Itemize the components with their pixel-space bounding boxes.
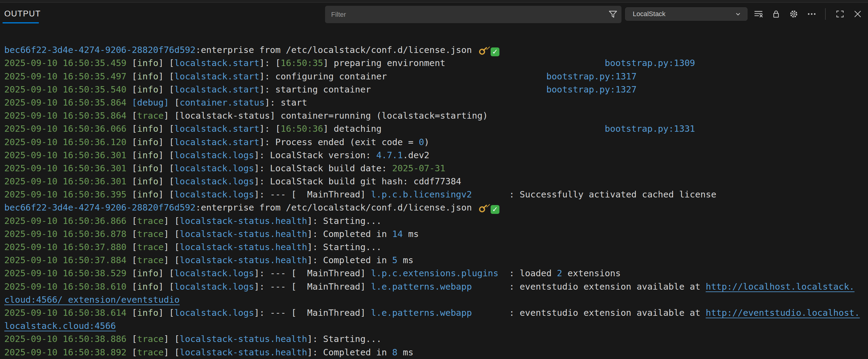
gear-icon [788,9,799,19]
log-text: 2025-09-10 16:50:35.497 [4,71,132,81]
log-text: : loaded [498,268,557,279]
url-link[interactable]: http://localhost.localstack. [706,282,855,292]
log-text: [ [132,58,137,68]
log-text: localstack.start [175,137,259,147]
filter-input[interactable]: Filter [325,6,621,23]
log-text: [ [132,334,137,344]
log-text: 4.7.1 [376,150,403,160]
log-text [445,58,605,68]
key-emoji [478,202,488,212]
url-link[interactable]: http://eventstudio.localhost. [706,307,860,318]
log-text: ] [ [158,176,174,187]
log-text: trace [137,229,164,239]
log-line: 2025-09-10 16:50:36.878 [trace] [localst… [4,228,868,241]
log-text: info [137,124,159,134]
log-text: 2025-09-10 16:50:38.892 [4,347,132,357]
log-text: [ [132,307,137,318]
log-line: 2025-09-10 16:50:36.301 [info] [localsta… [4,149,868,162]
log-text: 2025-09-10 16:50:36.866 [4,216,132,226]
log-text: [ [132,84,137,95]
lock-output-button[interactable] [770,8,782,20]
file-link[interactable]: bootstrap.py:1309 [605,58,695,68]
log-text: 2025-09-10 16:50:36.878 [4,229,132,239]
url-link[interactable]: cloud:4566/_extension/eventstudio [4,294,180,305]
log-lines: bec66f22-3d4e-4274-9206-28820f76d592:ent… [4,26,868,359]
log-text: 2025-09-10 16:50:36.395 [4,189,132,200]
log-text: ]: LocalStack build date: [254,163,392,173]
log-text: trace [137,347,164,357]
log-text: localstack.start [175,124,259,134]
log-text: localstack.start [175,84,259,95]
log-text: [ [132,347,137,357]
log-text: 0 [419,137,424,147]
log-line: 2025-09-10 16:50:36.301 [info] [localsta… [4,162,868,175]
clear-output-button[interactable] [752,8,765,20]
log-line: 2025-09-10 16:50:36.120 [info] [localsta… [4,136,868,149]
log-text: ]: Starting... [307,242,381,252]
log-text: l.e.patterns.webapp [371,307,472,318]
log-line: 2025-09-10 16:50:35.459 [info] [localsta… [4,57,868,70]
log-text: :enterprise from /etc/localstack/conf.d/… [196,45,477,55]
filter-funnel-icon[interactable] [608,9,618,20]
log-text: ] [ [158,84,174,95]
file-link[interactable]: bootstrap.py:1327 [546,84,637,95]
log-text: 2025-09-10 16:50:36.301 [4,163,132,173]
log-text: localstack.logs [175,268,254,279]
clear-output-icon [753,9,764,19]
file-link[interactable]: bootstrap.py:1331 [605,124,695,134]
log-text: [ [132,163,137,173]
log-line: 2025-09-10 16:50:35.540 [info] [localsta… [4,83,868,96]
panel-top-border [0,0,868,3]
log-text: localstack.logs [175,150,254,160]
log-line: 2025-09-10 16:50:36.866 [trace] [localst… [4,215,868,228]
output-log: bec66f22-3d4e-4274-9206-28820f76d592:ent… [0,0,868,359]
log-text: ]: Process ended (exit code = [259,137,419,147]
log-text: [ [132,137,137,147]
log-line: localstack.cloud:4566 [4,320,868,332]
log-text: 14 [392,229,403,239]
log-line: 2025-09-10 16:50:37.880 [trace] [localst… [4,241,868,254]
log-text: [ [132,176,137,187]
log-line: 2025-09-10 16:50:35.864 [debug] [contain… [4,96,868,109]
log-text: info [137,84,159,95]
tab-output[interactable]: OUTPUT [4,9,41,19]
log-text: 2025-09-10 16:50:38.610 [4,282,132,292]
log-text: 2025-09-10 16:50:38.529 [4,268,132,279]
close-panel-button[interactable] [851,8,864,20]
maximize-panel-button[interactable] [834,8,846,20]
file-link[interactable]: bootstrap.py:1317 [546,71,637,81]
log-text: [ [132,110,137,121]
log-text: [ [132,189,137,200]
log-text: [ [169,97,180,108]
log-text: 2025-09-10 16:50:35.540 [4,84,132,95]
log-text: ] [localstack-status] container=running … [164,110,488,121]
log-text: ] [ [158,71,174,81]
log-text: 2025-09-10 16:50:36.301 [4,176,132,187]
log-text: 2025-07-31 [392,163,445,173]
log-text: info [137,58,159,68]
log-text: ]: LocalStack build git hash: cddf77384 [254,176,461,187]
log-text: ]: --- [ MainThread] [254,307,371,318]
log-text: : eventstudio extension available at [472,307,706,318]
log-text: [debug] [132,97,169,108]
log-line: 2025-09-10 16:50:36.301 [info] [localsta… [4,175,868,188]
log-text: ] [ [158,268,174,279]
url-link[interactable]: localstack.cloud:4566 [4,321,116,331]
output-settings-button[interactable] [788,8,800,20]
log-line: 2025-09-10 16:50:38.886 [trace] [localst… [4,332,868,346]
log-text: ]: --- [ MainThread] [254,282,371,292]
log-text: ]: configuring container [259,71,387,81]
log-text: localstack.logs [175,176,254,187]
channel-select[interactable]: LocalStack [625,7,747,21]
log-text: ] [ [164,334,180,344]
more-actions-button[interactable] [806,8,818,20]
log-text: localstack-status.health [180,334,307,344]
log-line: 2025-09-10 16:50:38.529 [info] [localsta… [4,267,868,280]
maximize-panel-icon [835,9,845,19]
log-text: 2025-09-10 16:50:36.120 [4,137,132,147]
log-text: [ [132,255,137,265]
log-text: container.status [180,97,265,108]
log-text: localstack-status.health [180,242,307,252]
log-text: ]: [ [259,58,281,68]
log-text: ] preparing environment [323,58,445,68]
